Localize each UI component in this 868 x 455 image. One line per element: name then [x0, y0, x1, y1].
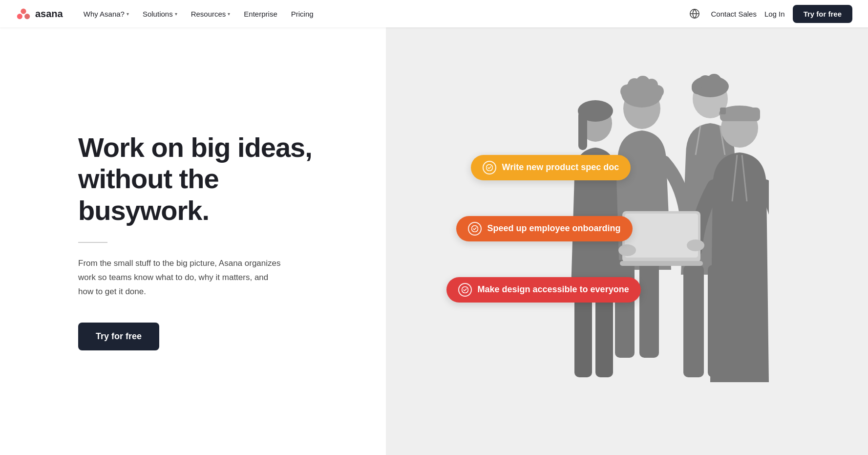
hero-try-free-button[interactable]: Try for free — [78, 323, 159, 350]
svg-rect-15 — [578, 111, 587, 150]
hero-right: Write new product spec doc Speed up empl… — [386, 27, 868, 455]
logo[interactable]: asana — [16, 6, 63, 22]
check-icon-1 — [483, 161, 496, 174]
svg-rect-24 — [683, 265, 704, 377]
svg-rect-29 — [720, 108, 726, 114]
chevron-down-icon: ▾ — [127, 11, 129, 17]
svg-point-34 — [687, 239, 704, 251]
svg-point-23 — [715, 79, 727, 91]
svg-rect-32 — [620, 261, 703, 266]
chevron-down-icon: ▾ — [228, 11, 230, 17]
svg-rect-6 — [639, 260, 659, 358]
navbar: asana Why Asana? ▾ Solutions ▾ Resources… — [0, 0, 868, 27]
check-icon-3 — [458, 283, 472, 297]
svg-point-33 — [618, 244, 636, 256]
nav-left: asana Why Asana? ▾ Solutions ▾ Resources… — [16, 6, 318, 22]
check-icon-2 — [468, 222, 482, 236]
nav-pricing[interactable]: Pricing — [286, 7, 318, 21]
hero-left: Work on big ideas, without the busywork.… — [0, 27, 386, 455]
svg-rect-28 — [720, 108, 760, 121]
task-badge-2: Speed up employee onboarding — [456, 216, 633, 241]
login-link[interactable]: Log In — [764, 10, 785, 18]
nav-try-free-button[interactable]: Try for free — [793, 5, 852, 23]
logo-text: asana — [35, 8, 63, 20]
chevron-down-icon: ▾ — [175, 11, 177, 17]
nav-enterprise[interactable]: Enterprise — [239, 7, 282, 21]
svg-point-0 — [21, 9, 26, 14]
task-badge-3: Make design accessible to everyone — [446, 277, 641, 303]
hero-divider — [78, 242, 107, 243]
hero-description: From the small stuff to the big picture,… — [78, 257, 283, 299]
task-badge-1: Write new product spec doc — [471, 155, 631, 180]
hero-heading: Work on big ideas, without the busywork. — [78, 132, 347, 226]
asana-logo-icon — [16, 6, 31, 22]
svg-point-1 — [17, 14, 22, 19]
svg-point-2 — [24, 14, 30, 19]
hero-image-area: Write new product spec doc Speed up empl… — [456, 55, 798, 455]
contact-sales-link[interactable]: Contact Sales — [711, 10, 757, 18]
nav-resources[interactable]: Resources ▾ — [186, 7, 235, 21]
globe-icon — [689, 8, 700, 19]
main-container: Work on big ideas, without the busywork.… — [0, 0, 868, 455]
svg-point-12 — [651, 85, 664, 98]
language-selector-button[interactable] — [686, 5, 703, 22]
nav-solutions[interactable]: Solutions ▾ — [138, 7, 182, 21]
nav-right: Contact Sales Log In Try for free — [686, 5, 852, 23]
nav-why-asana[interactable]: Why Asana? ▾ — [79, 7, 134, 21]
nav-links: Why Asana? ▾ Solutions ▾ Resources ▾ Ent… — [79, 7, 318, 21]
